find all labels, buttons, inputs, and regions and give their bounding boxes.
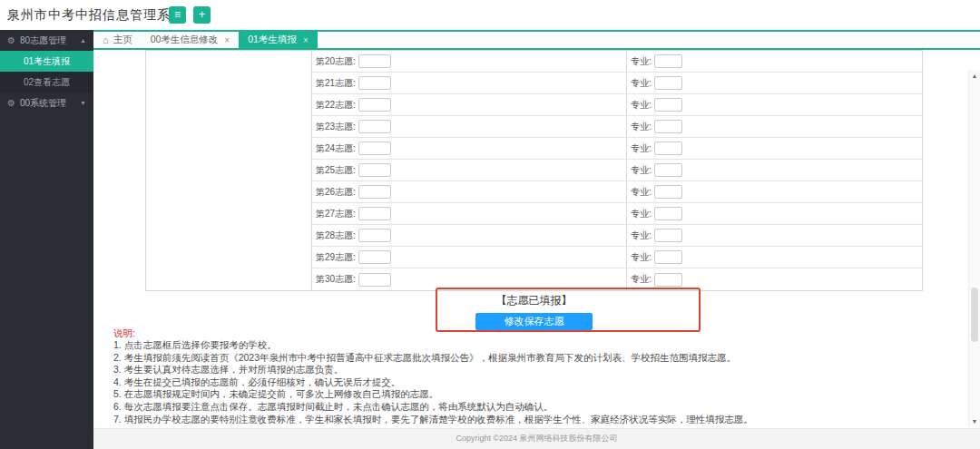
vertical-scrollbar[interactable]: ▲ ▼ — [968, 70, 980, 427]
table-row: 第26志愿:专业: — [312, 181, 922, 203]
sidebar-group-label: 80志愿管理 — [20, 34, 66, 47]
table-row: 第29志愿:专业: — [312, 247, 922, 268]
table-row: 第25志愿:专业: — [312, 160, 922, 181]
sidebar-group-label: 00系统管理 — [20, 97, 66, 110]
preference-input[interactable] — [358, 229, 391, 242]
plus-icon: + — [199, 7, 206, 21]
add-button[interactable]: + — [193, 6, 211, 24]
table-row: 第27志愿:专业: — [312, 203, 922, 225]
preference-label: 第30志愿: — [316, 273, 356, 286]
caret-up-icon: ▲ — [80, 37, 86, 44]
tab-主页[interactable]: ⌂主页 — [93, 32, 142, 48]
sidebar: ⚙80志愿管理▲01考生填报02查看志愿⚙00系统管理▼ — [0, 30, 93, 449]
preference-cell: 第27志愿: — [312, 203, 626, 224]
major-input[interactable] — [654, 229, 682, 242]
app-header: 泉州市中考中招信息管理系统 ≡ + — [0, 0, 980, 30]
major-input[interactable] — [654, 250, 682, 264]
major-label: 专业: — [631, 77, 652, 90]
preference-input[interactable] — [358, 163, 391, 177]
app-title: 泉州市中考中招信息管理系统 — [7, 7, 184, 24]
preference-label: 第22志愿: — [316, 99, 356, 112]
major-label: 专业: — [631, 186, 652, 199]
preference-input[interactable] — [358, 273, 391, 287]
preference-cell: 第24志愿: — [312, 138, 626, 159]
note-line: 5. 在志愿填报规定时间内，未确定提交前，可多次上网修改自己填报的志愿。 — [113, 388, 966, 401]
major-cell: 专业: — [626, 138, 922, 159]
major-cell: 专业: — [626, 116, 922, 137]
major-cell: 专业: — [626, 94, 922, 115]
major-input[interactable] — [654, 163, 682, 177]
gear-icon: ⚙ — [7, 35, 15, 45]
major-label: 专业: — [631, 142, 652, 155]
action-area: 【志愿已填报】 修改保存志愿 — [145, 289, 923, 330]
scrollbar-thumb[interactable] — [971, 288, 978, 342]
sidebar-item-01考生填报[interactable]: 01考生填报 — [0, 51, 93, 72]
preference-label: 第24志愿: — [316, 142, 356, 155]
preference-label: 第27志愿: — [316, 208, 356, 220]
preference-input[interactable] — [358, 185, 391, 199]
copyright-text: Copyright ©2024 泉州网络科技股份有限公司 — [456, 434, 617, 443]
page-footer: Copyright ©2024 泉州网络科技股份有限公司 — [93, 428, 980, 449]
preference-cell: 第26志愿: — [312, 181, 626, 202]
scroll-down-icon[interactable]: ▼ — [969, 418, 980, 425]
tab-bar: ⌂主页00考生信息修改×01考生填报× — [93, 30, 980, 50]
notes-title: 说明: — [113, 327, 966, 339]
major-input[interactable] — [654, 207, 682, 220]
preference-input[interactable] — [358, 207, 391, 220]
note-line: 2. 考生填报前须先阅读首页《2023年泉州市中考中招普通高中征求志愿批次填报公… — [113, 352, 966, 365]
note-line: 1. 点击志愿框后选择你要报考的学校。 — [113, 339, 966, 352]
sidebar-group-00系统管理[interactable]: ⚙00系统管理▼ — [0, 93, 93, 113]
tab-label: 主页 — [113, 34, 132, 46]
major-cell: 专业: — [626, 268, 922, 290]
major-label: 专业: — [631, 121, 652, 133]
sidebar-item-02查看志愿[interactable]: 02查看志愿 — [0, 72, 93, 93]
status-text: 【志愿已填报】 — [145, 289, 923, 308]
collapse-menu-button[interactable]: ≡ — [169, 6, 186, 24]
major-label: 专业: — [631, 99, 652, 112]
preference-cell: 第22志愿: — [312, 94, 626, 115]
preference-input[interactable] — [358, 54, 391, 68]
tab-label: 01考生填报 — [248, 34, 297, 46]
table-row: 第20志愿:专业: — [312, 51, 922, 73]
major-cell: 专业: — [626, 160, 922, 181]
preference-label: 第28志愿: — [316, 229, 356, 242]
major-input[interactable] — [654, 54, 682, 68]
table-left-spacer — [146, 51, 312, 290]
major-input[interactable] — [654, 142, 682, 155]
major-input[interactable] — [654, 98, 682, 112]
major-input[interactable] — [654, 76, 682, 90]
table-row: 第28志愿:专业: — [312, 225, 922, 247]
major-input[interactable] — [654, 120, 682, 133]
preference-cell: 第29志愿: — [312, 247, 626, 268]
major-input[interactable] — [654, 273, 682, 287]
major-label: 专业: — [631, 273, 652, 286]
caret-down-icon: ▼ — [80, 100, 86, 106]
scroll-up-icon[interactable]: ▲ — [969, 73, 980, 79]
preference-table: 第20志愿:专业:第21志愿:专业:第22志愿:专业:第23志愿:专业:第24志… — [145, 50, 923, 291]
preference-input[interactable] — [358, 76, 391, 90]
preference-cell: 第28志愿: — [312, 225, 626, 246]
major-cell: 专业: — [626, 247, 922, 268]
major-label: 专业: — [631, 229, 652, 242]
sidebar-group-80志愿管理[interactable]: ⚙80志愿管理▲ — [0, 30, 93, 51]
major-cell: 专业: — [626, 225, 922, 246]
tab-01考生填报[interactable]: 01考生填报× — [239, 32, 318, 48]
tab-00考生信息修改[interactable]: 00考生信息修改× — [142, 32, 240, 48]
preference-input[interactable] — [358, 98, 391, 112]
preference-label: 第25志愿: — [316, 164, 356, 177]
table-row: 第21志愿:专业: — [312, 73, 922, 94]
preference-input[interactable] — [358, 120, 391, 133]
preference-label: 第21志愿: — [316, 77, 356, 90]
close-icon[interactable]: × — [224, 35, 230, 45]
tab-label: 00考生信息修改 — [151, 34, 219, 46]
preference-input[interactable] — [358, 142, 391, 155]
preference-label: 第20志愿: — [316, 55, 356, 68]
note-line: 6. 每次志愿填报要注意点击保存。志愿填报时间截止时，未点击确认志愿的，将由系统… — [113, 401, 966, 414]
major-cell: 专业: — [626, 73, 922, 93]
gear-icon: ⚙ — [7, 98, 15, 108]
close-icon[interactable]: × — [303, 35, 309, 45]
table-row: 第24志愿:专业: — [312, 138, 922, 160]
preference-input[interactable] — [358, 250, 391, 264]
major-input[interactable] — [654, 185, 682, 199]
major-label: 专业: — [631, 251, 652, 264]
